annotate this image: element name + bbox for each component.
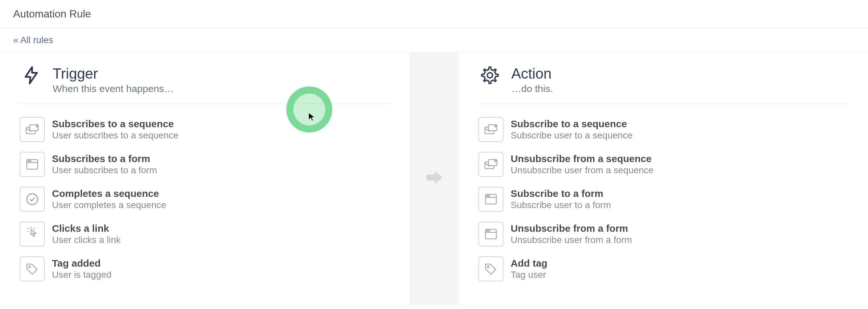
option-title: Unsubscribe from a sequence — [511, 153, 653, 164]
all-rules-link[interactable]: « All rules — [13, 35, 53, 45]
mail-stack-icon — [478, 152, 503, 177]
option-desc: User subscribes to a sequence — [52, 130, 178, 141]
option-desc: Tag user — [511, 270, 548, 280]
gear-icon — [478, 65, 501, 85]
action-title: Action — [511, 65, 553, 82]
option-title: Subscribes to a sequence — [52, 118, 178, 130]
option-desc: Unsubscribe user from a form — [511, 235, 632, 245]
option-title: Subscribe to a form — [511, 188, 611, 199]
trigger-header: Trigger When this event happens… — [20, 65, 390, 104]
option-title: Add tag — [511, 258, 548, 269]
action-subtitle: …do this. — [511, 83, 553, 94]
action-option-unsubscribe-form[interactable]: Unsubscribe from a form Unsubscribe user… — [478, 221, 848, 246]
option-desc: User subscribes to a form — [52, 165, 157, 176]
trigger-option-subscribes-sequence[interactable]: Subscribes to a sequence User subscribes… — [20, 117, 390, 142]
svg-point-8 — [29, 266, 31, 268]
arrow-right-icon — [423, 166, 445, 190]
svg-point-7 — [27, 194, 38, 205]
trigger-subtitle: When this event happens… — [53, 83, 174, 94]
option-desc: User completes a sequence — [52, 200, 166, 210]
action-option-subscribe-form[interactable]: Subscribe to a form Subscribe user to a … — [478, 187, 848, 212]
option-desc: User is tagged — [52, 270, 112, 280]
mail-stack-icon — [478, 117, 503, 142]
page-header: Automation Rule — [0, 0, 868, 28]
option-desc: User clicks a link — [52, 235, 120, 245]
form-icon — [478, 187, 503, 212]
action-header: Action …do this. — [478, 65, 848, 104]
action-option-unsubscribe-sequence[interactable]: Unsubscribe from a sequence Unsubscribe … — [478, 152, 848, 177]
mail-stack-icon — [20, 117, 45, 142]
trigger-option-completes-sequence[interactable]: Completes a sequence User completes a se… — [20, 187, 390, 212]
action-column: Action …do this. Subscribe to a sequence… — [459, 52, 868, 304]
trigger-option-subscribes-form[interactable]: Subscribes to a form User subscribes to … — [20, 152, 390, 177]
action-option-subscribe-sequence[interactable]: Subscribe to a sequence Subscribe user t… — [478, 117, 848, 142]
main-content: Trigger When this event happens… Subscri… — [0, 52, 868, 304]
option-title: Completes a sequence — [52, 188, 166, 199]
trigger-option-tag-added[interactable]: Tag added User is tagged — [20, 256, 390, 281]
option-title: Tag added — [52, 258, 112, 269]
option-title: Clicks a link — [52, 223, 120, 234]
option-desc: Subscribe user to a form — [511, 200, 611, 210]
svg-point-24 — [487, 266, 489, 268]
option-desc: Subscribe user to a sequence — [511, 130, 632, 141]
option-title: Subscribes to a form — [52, 153, 157, 164]
form-icon — [20, 152, 45, 177]
option-title: Subscribe to a sequence — [511, 118, 632, 130]
tag-icon — [20, 256, 45, 281]
svg-point-22 — [487, 230, 488, 231]
svg-point-5 — [28, 161, 29, 162]
breadcrumb: « All rules — [0, 28, 868, 52]
svg-point-19 — [489, 195, 490, 196]
trigger-column: Trigger When this event happens… Subscri… — [0, 52, 409, 304]
trigger-option-clicks-link[interactable]: Clicks a link User clicks a link — [20, 221, 390, 246]
page-title: Automation Rule — [13, 8, 855, 20]
lightning-icon — [20, 65, 43, 85]
tag-icon — [478, 256, 503, 281]
trigger-title: Trigger — [53, 65, 174, 82]
form-icon — [478, 221, 503, 246]
action-option-add-tag[interactable]: Add tag Tag user — [478, 256, 848, 281]
click-icon — [20, 221, 45, 246]
option-title: Unsubscribe from a form — [511, 223, 632, 234]
svg-point-6 — [30, 161, 31, 162]
option-desc: Unsubscribe user from a sequence — [511, 165, 653, 176]
check-circle-icon — [20, 187, 45, 212]
svg-point-23 — [489, 230, 490, 231]
svg-point-9 — [487, 73, 493, 78]
divider-column — [409, 52, 459, 304]
svg-point-18 — [487, 195, 488, 196]
